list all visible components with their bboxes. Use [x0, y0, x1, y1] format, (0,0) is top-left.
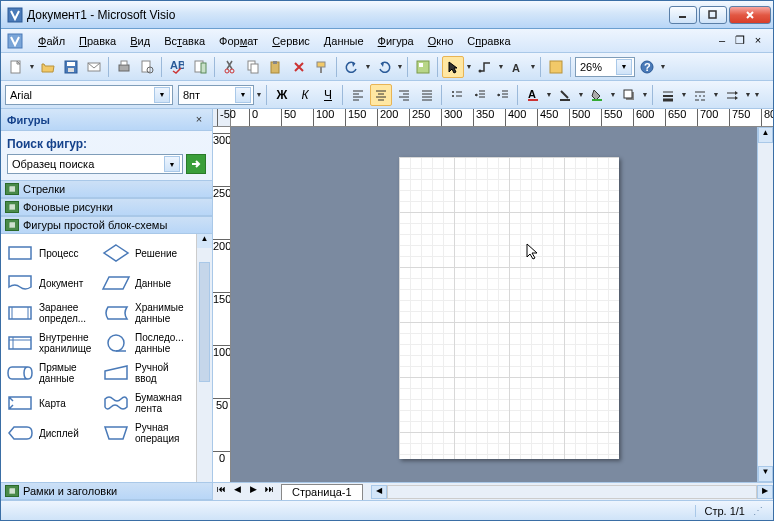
redo-button[interactable]: [373, 56, 395, 78]
menu-window[interactable]: Окно: [421, 32, 461, 50]
connector-dropdown[interactable]: ▼: [497, 63, 505, 70]
tab-first[interactable]: ⏮: [213, 484, 229, 500]
pointer-dropdown[interactable]: ▼: [465, 63, 473, 70]
email-button[interactable]: [83, 56, 105, 78]
pointer-tool-button[interactable]: [442, 56, 464, 78]
toolbar-options[interactable]: ▼: [659, 63, 667, 70]
ruler-vertical[interactable]: 300250200150100500: [213, 127, 231, 482]
tab-next[interactable]: ▶: [245, 484, 261, 500]
minimize-button[interactable]: [669, 6, 697, 24]
menu-format[interactable]: Формат: [212, 32, 265, 50]
shape-item[interactable]: Ручной ввод: [99, 358, 195, 388]
text-tool-button[interactable]: A: [506, 56, 528, 78]
stencil-backgrounds[interactable]: ▦Фоновые рисунки: [1, 198, 212, 216]
shape-item[interactable]: Внутренне хранилище: [3, 328, 99, 358]
ink-tool-button[interactable]: [545, 56, 567, 78]
shape-item[interactable]: Решение: [99, 238, 195, 268]
line-weight-button[interactable]: [657, 84, 679, 106]
undo-button[interactable]: [341, 56, 363, 78]
horizontal-scrollbar[interactable]: ◀▶: [371, 485, 773, 499]
mdi-close[interactable]: ×: [751, 34, 765, 48]
underline-button[interactable]: Ч: [317, 84, 339, 106]
menu-view[interactable]: Вид: [123, 32, 157, 50]
fontsize-dropdown[interactable]: ▼: [235, 87, 251, 103]
stencil-arrows[interactable]: ▦Стрелки: [1, 180, 212, 198]
align-center-button[interactable]: [370, 84, 392, 106]
line-weight-dropdown[interactable]: ▼: [680, 91, 688, 98]
italic-button[interactable]: К: [294, 84, 316, 106]
stencil-frames[interactable]: ▦Рамки и заголовки: [1, 482, 212, 500]
menu-shape[interactable]: Фигура: [371, 32, 421, 50]
vertical-scrollbar[interactable]: ▲▼: [757, 127, 773, 482]
mdi-minimize[interactable]: –: [715, 34, 729, 48]
shapes-window-button[interactable]: [412, 56, 434, 78]
shape-item[interactable]: Последо... данные: [99, 328, 195, 358]
shapes-pane-close[interactable]: ×: [192, 113, 206, 127]
fontsize-combo[interactable]: 8пт▼: [178, 85, 254, 105]
fill-color-button[interactable]: [586, 84, 608, 106]
save-button[interactable]: [60, 56, 82, 78]
shadow-dropdown[interactable]: ▼: [641, 91, 649, 98]
bullets-button[interactable]: [446, 84, 468, 106]
shape-item[interactable]: Документ: [3, 268, 99, 298]
menu-edit[interactable]: Правка: [72, 32, 123, 50]
paste-button[interactable]: [265, 56, 287, 78]
cut-button[interactable]: [219, 56, 241, 78]
doc-icon[interactable]: [5, 31, 25, 51]
menu-file[interactable]: Файл: [31, 32, 72, 50]
shape-item[interactable]: Заранее определ...: [3, 298, 99, 328]
help-button[interactable]: ?: [636, 56, 658, 78]
line-pattern-dropdown[interactable]: ▼: [712, 91, 720, 98]
menu-insert[interactable]: Вставка: [157, 32, 212, 50]
page[interactable]: [399, 157, 619, 459]
tab-prev[interactable]: ◀: [229, 484, 245, 500]
page-tab-1[interactable]: Страница-1: [281, 484, 363, 500]
copy-button[interactable]: [242, 56, 264, 78]
shape-item[interactable]: Карта: [3, 388, 99, 418]
shape-item[interactable]: Дисплей: [3, 418, 99, 448]
indent-increase-button[interactable]: [492, 84, 514, 106]
zoom-dropdown[interactable]: ▼: [616, 59, 632, 75]
shadow-button[interactable]: [618, 84, 640, 106]
align-left-button[interactable]: [347, 84, 369, 106]
search-dropdown[interactable]: ▼: [164, 156, 180, 172]
undo-dropdown[interactable]: ▼: [364, 63, 372, 70]
shape-item[interactable]: Данные: [99, 268, 195, 298]
mdi-restore[interactable]: ❐: [733, 34, 747, 48]
research-button[interactable]: [189, 56, 211, 78]
line-ends-dropdown[interactable]: ▼: [744, 91, 752, 98]
stencil-flowchart[interactable]: ▦Фигуры простой блок-схемы: [1, 216, 212, 234]
close-button[interactable]: [729, 6, 771, 24]
indent-decrease-button[interactable]: [469, 84, 491, 106]
fill-color-dropdown[interactable]: ▼: [609, 91, 617, 98]
connector-tool-button[interactable]: [474, 56, 496, 78]
line-pattern-button[interactable]: [689, 84, 711, 106]
line-color-button[interactable]: [554, 84, 576, 106]
menu-data[interactable]: Данные: [317, 32, 371, 50]
menu-tools[interactable]: Сервис: [265, 32, 317, 50]
shape-item[interactable]: Прямые данные: [3, 358, 99, 388]
format-painter-button[interactable]: [311, 56, 333, 78]
fontsize-options[interactable]: ▼: [255, 91, 263, 98]
spellcheck-button[interactable]: ABC: [166, 56, 188, 78]
font-color-dropdown[interactable]: ▼: [545, 91, 553, 98]
align-justify-button[interactable]: [416, 84, 438, 106]
new-button[interactable]: [5, 56, 27, 78]
maximize-button[interactable]: [699, 6, 727, 24]
shape-item[interactable]: Хранимые данные: [99, 298, 195, 328]
redo-dropdown[interactable]: ▼: [396, 63, 404, 70]
drawing-canvas[interactable]: [231, 127, 757, 482]
search-go-button[interactable]: [186, 154, 206, 174]
line-ends-button[interactable]: [721, 84, 743, 106]
align-right-button[interactable]: [393, 84, 415, 106]
delete-button[interactable]: [288, 56, 310, 78]
ruler-horizontal[interactable]: -500501001502002503003504004505005506006…: [213, 109, 773, 127]
shape-item[interactable]: Бумажная лента: [99, 388, 195, 418]
font-dropdown[interactable]: ▼: [154, 87, 170, 103]
bold-button[interactable]: Ж: [271, 84, 293, 106]
shapes-scrollbar[interactable]: ▲: [196, 234, 212, 482]
print-button[interactable]: [113, 56, 135, 78]
search-shapes-input[interactable]: Образец поиска ▼: [7, 154, 183, 174]
resize-grip[interactable]: ⋰: [753, 505, 767, 516]
text-dropdown[interactable]: ▼: [529, 63, 537, 70]
